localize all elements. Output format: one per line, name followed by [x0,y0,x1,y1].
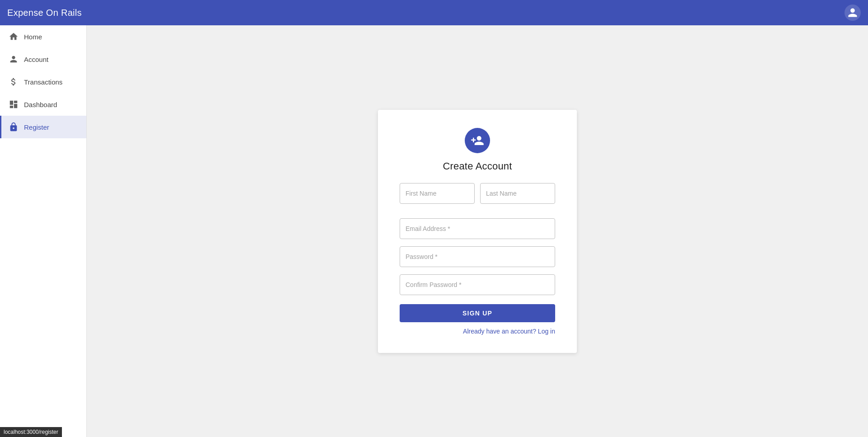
home-icon [9,32,19,42]
password-input[interactable] [400,246,555,267]
content-area: Create Account SIGN UP Already have an a… [87,25,868,437]
email-field [400,218,555,239]
last-name-input[interactable] [480,183,555,204]
sidebar-label-register: Register [24,123,49,131]
sign-up-button[interactable]: SIGN UP [400,304,555,322]
sidebar-label-home: Home [24,33,42,41]
card-icon-wrapper [465,128,490,153]
card-title: Create Account [443,160,512,172]
email-input[interactable] [400,218,555,239]
sidebar-item-home[interactable]: Home [0,25,86,48]
lock-icon [9,122,19,132]
sidebar-item-dashboard[interactable]: Dashboard [0,93,86,116]
status-url: localhost:3000/register [4,429,58,435]
main-layout: Home Account Transactions Dashboard Regi [0,25,868,437]
sidebar-item-transactions[interactable]: Transactions [0,70,86,93]
last-name-field [480,183,555,204]
sidebar-item-account[interactable]: Account [0,48,86,70]
name-row [400,183,555,211]
first-name-input[interactable] [400,183,475,204]
sidebar-item-register[interactable]: Register [0,116,86,138]
app-title: Expense On Rails [7,8,82,18]
sidebar: Home Account Transactions Dashboard Regi [0,25,87,437]
dashboard-icon [9,99,19,109]
sidebar-label-transactions: Transactions [24,78,62,86]
login-link[interactable]: Already have an account? Log in [463,328,555,335]
sidebar-label-dashboard: Dashboard [24,101,57,108]
confirm-password-field [400,274,555,295]
person-icon [9,54,19,64]
first-name-field [400,183,475,204]
account-icon-button[interactable] [844,5,861,21]
sidebar-label-account: Account [24,56,48,63]
create-account-icon [471,134,484,147]
dollar-icon [9,77,19,87]
register-card: Create Account SIGN UP Already have an a… [378,110,577,353]
confirm-password-input[interactable] [400,274,555,295]
account-circle-icon [847,7,858,18]
password-field [400,246,555,267]
status-bar: localhost:3000/register [0,427,62,437]
app-bar: Expense On Rails [0,0,868,25]
